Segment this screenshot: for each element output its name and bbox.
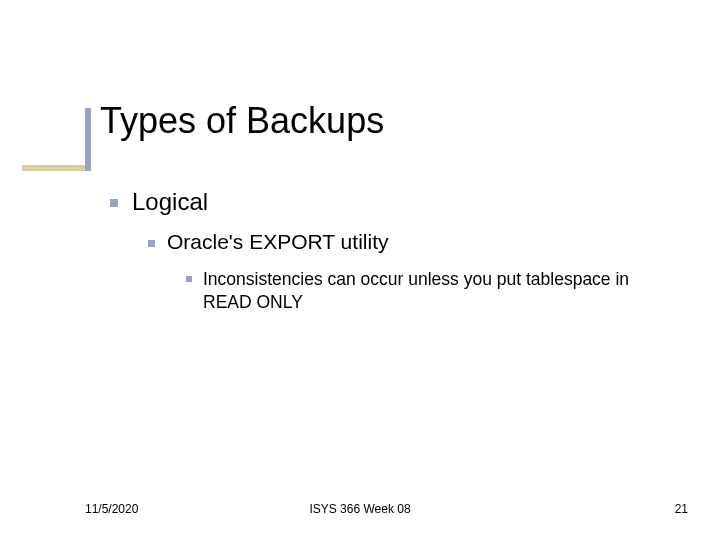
footer-center-text: ISYS 366 Week 08 bbox=[0, 502, 720, 516]
bullet-text-level1: Logical bbox=[132, 188, 208, 216]
list-item: Logical bbox=[110, 188, 680, 216]
bullet-icon bbox=[110, 199, 118, 207]
bullet-icon bbox=[148, 240, 155, 247]
title-accent-horizontal bbox=[22, 165, 91, 171]
footer-page-number: 21 bbox=[675, 502, 688, 516]
list-item: Inconsistencies can occur unless you put… bbox=[186, 268, 680, 314]
slide-title: Types of Backups bbox=[100, 100, 384, 142]
list-item: Oracle's EXPORT utility bbox=[148, 230, 680, 254]
slide-content: Logical Oracle's EXPORT utility Inconsis… bbox=[110, 188, 680, 328]
bullet-icon bbox=[186, 276, 192, 282]
bullet-text-level2: Oracle's EXPORT utility bbox=[167, 230, 388, 254]
bullet-text-level3: Inconsistencies can occur unless you put… bbox=[203, 268, 680, 314]
title-area: Types of Backups bbox=[44, 100, 384, 142]
